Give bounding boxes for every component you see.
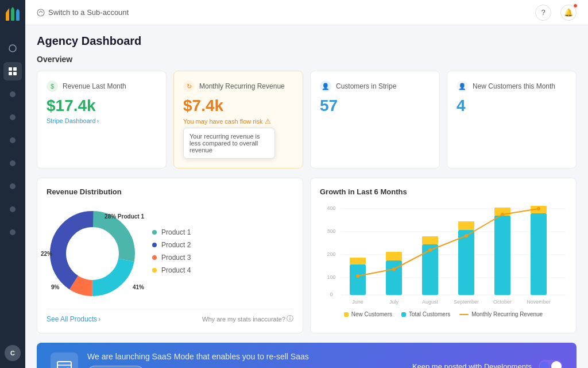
svg-point-47 xyxy=(356,274,359,278)
inaccurate-stats-link[interactable]: Why are my stats inaccurate? ⓘ xyxy=(202,314,293,324)
see-all-products-link[interactable]: See All Products › xyxy=(47,315,100,323)
sidebar-item-dashboard[interactable] xyxy=(3,62,22,80)
sidebar-item-5[interactable] xyxy=(3,177,22,195)
svg-text:July: July xyxy=(389,299,399,305)
legend-dot-p2 xyxy=(152,243,157,247)
svg-point-49 xyxy=(428,248,432,252)
sidebar-item-1[interactable] xyxy=(3,85,22,103)
svg-rect-45 xyxy=(531,213,547,295)
bar-chart-svg: 400 300 200 100 0 xyxy=(320,203,567,306)
donut-wrapper: 28% Product 1 22% 9% 41% xyxy=(47,208,138,300)
stat-mrr: ↻ Monthly Recurring Revenue $7.4k You ma… xyxy=(173,71,303,168)
logo xyxy=(5,7,21,25)
donut-label-9: 9% xyxy=(51,284,59,290)
svg-point-52 xyxy=(537,207,540,210)
donut-container: 28% Product 1 22% 9% 41% Product 1 Produ… xyxy=(47,203,293,304)
notification-button[interactable]: 🔔 xyxy=(560,5,577,21)
svg-rect-36 xyxy=(350,258,366,264)
svg-rect-8 xyxy=(13,67,17,71)
toggle-inner xyxy=(540,362,549,368)
legend-line-mrr xyxy=(459,314,469,315)
bar-chart-card: Growth in Last 6 Months 400 300 200 100 … xyxy=(310,178,577,334)
sidebar-bottom: C xyxy=(5,345,21,361)
svg-text:100: 100 xyxy=(327,274,335,280)
stat-header: $ Revenue Last Month xyxy=(47,80,157,92)
saas-banner: We are launching SaaS Mode that enables … xyxy=(37,343,577,368)
svg-rect-42 xyxy=(458,221,474,230)
stat-header: 👤 New Customers this Month xyxy=(457,80,567,92)
svg-text:300: 300 xyxy=(327,228,335,234)
mrr-icon: ↻ xyxy=(183,80,195,92)
svg-point-6 xyxy=(9,45,16,52)
svg-rect-40 xyxy=(422,236,438,244)
toggle-label: Keep me posted with Developments xyxy=(412,362,532,369)
svg-point-51 xyxy=(501,213,504,216)
page-title: Agency Dashboard xyxy=(37,34,577,48)
developments-toggle[interactable] xyxy=(539,360,563,368)
svg-rect-9 xyxy=(9,72,12,75)
donut-label-22: 22% xyxy=(41,251,52,257)
sidebar-item-2[interactable] xyxy=(3,108,22,126)
stat-revenue-last-month: $ Revenue Last Month $17.4k Stripe Dashb… xyxy=(37,71,167,168)
legend-dot-new xyxy=(344,312,349,317)
svg-marker-5 xyxy=(16,9,20,11)
legend-dot-p4 xyxy=(152,268,157,273)
sidebar-item-6[interactable] xyxy=(3,200,22,218)
stat-label: New Customers this Month xyxy=(473,82,555,90)
overview-label: Overview xyxy=(37,55,577,64)
legend-item-p3: Product 3 xyxy=(152,254,191,262)
sidebar-item-3[interactable] xyxy=(3,131,22,150)
svg-rect-10 xyxy=(13,72,17,75)
svg-rect-1 xyxy=(11,9,14,21)
svg-point-11 xyxy=(10,91,16,97)
sidebar-item-switch[interactable] xyxy=(3,39,22,57)
cash-flow-warning: You may have cash flow risk ⚠ xyxy=(183,117,293,125)
stat-value: 57 xyxy=(320,97,430,115)
sidebar-item-7[interactable] xyxy=(3,223,22,241)
svg-text:200: 200 xyxy=(327,251,335,257)
donut-label-28: 28% Product 1 xyxy=(105,213,144,220)
donut-chart-card: Revenue Distribution xyxy=(37,178,303,334)
topbar-left: Switch to a Sub-account xyxy=(37,8,129,17)
stat-value: 4 xyxy=(457,97,567,115)
donut-chart-footer: See All Products › Why are my stats inac… xyxy=(47,309,293,324)
stat-label: Revenue Last Month xyxy=(63,82,126,90)
stat-new-customers: 👤 New Customers this Month 4 xyxy=(447,71,577,168)
bar-chart-legend: New Customers Total Customers Monthly Re… xyxy=(320,311,567,317)
learn-more-button[interactable]: Learn More › xyxy=(87,366,144,368)
banner-text: We are launching SaaS Mode that enables … xyxy=(87,352,309,361)
legend-item-p1: Product 1 xyxy=(152,228,191,236)
legend-item-p4: Product 4 xyxy=(152,266,191,274)
stat-customers-stripe: 👤 Customers in Stripe 57 xyxy=(310,71,440,168)
svg-rect-7 xyxy=(9,67,12,71)
legend-dot-total xyxy=(401,312,406,317)
donut-chart-title: Revenue Distribution xyxy=(47,187,293,196)
stripe-dashboard-link[interactable]: Stripe Dashboard › xyxy=(47,117,157,124)
donut-legend: Product 1 Product 2 Product 3 Produ xyxy=(152,228,191,279)
charts-row: Revenue Distribution xyxy=(37,178,577,334)
svg-point-12 xyxy=(10,114,16,120)
banner-left: We are launching SaaS Mode that enables … xyxy=(51,352,309,368)
content-area: Agency Dashboard Overview $ Revenue Last… xyxy=(25,25,588,368)
svg-point-14 xyxy=(10,160,16,166)
svg-text:0: 0 xyxy=(330,292,332,297)
svg-rect-38 xyxy=(386,252,402,260)
topbar-right: ? 🔔 xyxy=(535,5,577,21)
svg-point-48 xyxy=(392,267,396,271)
svg-point-18 xyxy=(37,9,44,16)
svg-text:November: November xyxy=(527,299,551,305)
switch-account-label[interactable]: Switch to a Sub-account xyxy=(48,8,129,17)
topbar: Switch to a Sub-account ? 🔔 xyxy=(25,0,588,25)
sidebar-item-4[interactable] xyxy=(3,154,22,172)
legend-total-customers: Total Customers xyxy=(401,311,450,317)
cash-flow-tooltip: Your recurring revenue is less compared … xyxy=(183,128,275,159)
svg-point-24 xyxy=(67,228,118,279)
avatar[interactable]: C xyxy=(5,345,21,361)
stat-value: $7.4k xyxy=(183,97,293,115)
svg-text:400: 400 xyxy=(327,205,335,211)
banner-content: We are launching SaaS Mode that enables … xyxy=(87,352,309,368)
help-button[interactable]: ? xyxy=(535,5,551,21)
legend-dot-p1 xyxy=(152,230,157,235)
main-content: Switch to a Sub-account ? 🔔 Agency Dashb… xyxy=(25,0,588,368)
stat-label: Customers in Stripe xyxy=(336,82,396,90)
